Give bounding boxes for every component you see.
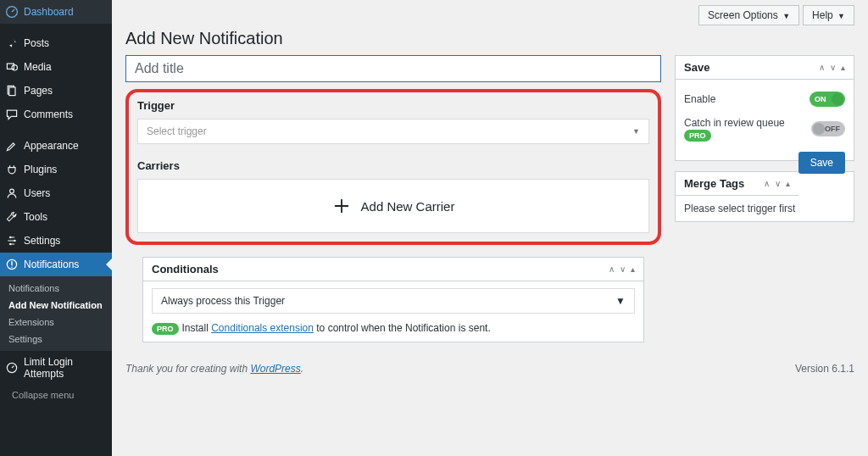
notification-title-input[interactable] <box>125 55 661 82</box>
sidebar-label: Users <box>24 187 50 199</box>
sidebar-label: Tools <box>24 211 47 223</box>
svg-point-2 <box>12 65 17 70</box>
sidebar-item-settings[interactable]: Settings <box>0 229 112 253</box>
trigger-heading: Trigger <box>137 99 649 112</box>
caret-down-icon: ▼ <box>782 12 790 20</box>
limit-icon <box>5 361 19 375</box>
enable-label: Enable <box>684 93 715 105</box>
sidebar-item-media[interactable]: Media <box>0 55 112 79</box>
caret-down-icon: ▼ <box>615 295 626 307</box>
page-title: Add New Notification <box>112 25 868 55</box>
sidebar-label: Posts <box>24 37 49 49</box>
merge-tags-postbox: Merge Tags ∧ ∨ ▴ Please select trigger f… <box>675 171 854 222</box>
pin-icon <box>5 36 19 50</box>
conditionals-select[interactable]: Always process this Trigger ▼ <box>152 288 635 314</box>
admin-sidebar: Dashboard Posts Media Pages Comments App… <box>0 0 112 456</box>
sidebar-label: Settings <box>24 235 60 247</box>
svg-point-5 <box>10 189 14 193</box>
sidebar-item-dashboard[interactable]: Dashboard <box>0 0 112 24</box>
admin-footer: Thank you for creating with WordPress. V… <box>112 353 868 385</box>
conditionals-note: PROInstall Conditionals extension to con… <box>152 322 635 335</box>
submenu-item-notifications[interactable]: Notifications <box>0 280 112 297</box>
add-carrier-label: Add New Carrier <box>361 199 455 214</box>
svg-point-7 <box>14 240 15 242</box>
conditionals-heading: Conditionals <box>152 263 219 275</box>
carriers-heading: Carriers <box>137 159 649 172</box>
move-down-icon[interactable]: ∨ <box>620 264 626 274</box>
sidebar-label: Appearance <box>24 140 79 152</box>
trigger-carrier-section: Trigger Select trigger ▼ Carriers Add Ne… <box>125 89 661 245</box>
conditionals-extension-link[interactable]: Conditionals extension <box>211 322 314 334</box>
pro-badge: PRO <box>684 130 711 142</box>
trigger-select[interactable]: Select trigger ▼ <box>137 119 649 144</box>
sidebar-label: Pages <box>24 85 53 97</box>
pro-badge: PRO <box>152 323 179 335</box>
merge-tags-body: Please select trigger first <box>676 196 854 221</box>
svg-point-6 <box>9 236 11 238</box>
main-content: Screen Options ▼ Help ▼ Add New Notifica… <box>112 0 868 456</box>
sidebar-item-users[interactable]: Users <box>0 181 112 205</box>
sidebar-item-limit-login[interactable]: Limit Login Attempts <box>0 351 112 385</box>
save-button[interactable]: Save <box>798 152 845 174</box>
sidebar-label: Comments <box>24 108 73 120</box>
plugin-icon <box>5 163 19 176</box>
review-label: Catch in review queue PRO <box>684 117 811 142</box>
help-button[interactable]: Help ▼ <box>803 5 854 25</box>
sidebar-item-posts[interactable]: Posts <box>0 31 112 55</box>
sidebar-submenu: Notifications Add New Notification Exten… <box>0 276 112 351</box>
save-postbox: Save ∧ ∨ ▴ Enable ON Catch in review que… <box>675 55 854 161</box>
merge-tags-heading: Merge Tags <box>684 177 744 190</box>
caret-down-icon: ▼ <box>632 127 640 136</box>
page-icon <box>5 84 19 97</box>
move-down-icon[interactable]: ∨ <box>830 63 836 72</box>
submenu-item-settings[interactable]: Settings <box>0 331 112 348</box>
submenu-item-add-new[interactable]: Add New Notification <box>0 297 112 314</box>
wordpress-link[interactable]: WordPress <box>250 363 300 375</box>
caret-down-icon: ▼ <box>837 12 845 20</box>
dashboard-icon <box>5 5 19 19</box>
conditionals-value: Always process this Trigger <box>161 295 285 307</box>
notification-icon <box>5 258 19 271</box>
users-icon <box>5 186 19 200</box>
sidebar-label: Notifications <box>24 259 79 270</box>
toggle-icon[interactable]: ▴ <box>786 179 790 188</box>
media-icon <box>5 60 19 74</box>
comment-icon <box>5 108 19 121</box>
sidebar-item-plugins[interactable]: Plugins <box>0 158 112 181</box>
sidebar-item-tools[interactable]: Tools <box>0 205 112 229</box>
sidebar-label: Media <box>24 61 52 73</box>
sidebar-item-comments[interactable]: Comments <box>0 103 112 126</box>
sidebar-label: Plugins <box>24 164 57 175</box>
sidebar-item-pages[interactable]: Pages <box>0 79 112 103</box>
brush-icon <box>5 139 19 153</box>
toggle-icon[interactable]: ▴ <box>841 63 845 72</box>
trigger-placeholder: Select trigger <box>147 125 207 137</box>
sidebar-label: Dashboard <box>24 6 74 18</box>
svg-point-8 <box>9 243 11 245</box>
plus-icon <box>332 197 351 215</box>
svg-rect-1 <box>7 64 14 69</box>
move-up-icon[interactable]: ∧ <box>609 264 615 274</box>
review-toggle[interactable]: OFF <box>811 121 845 136</box>
save-heading: Save <box>684 61 709 74</box>
settings-icon <box>5 234 19 247</box>
svg-rect-4 <box>9 87 15 96</box>
top-bar: Screen Options ▼ Help ▼ <box>112 0 868 25</box>
collapse-label: Collapse menu <box>12 390 74 400</box>
sidebar-item-notifications[interactable]: Notifications <box>0 253 112 276</box>
move-up-icon[interactable]: ∧ <box>819 63 825 72</box>
tools-icon <box>5 210 19 224</box>
version-label: Version 6.1.1 <box>795 363 854 375</box>
screen-options-button[interactable]: Screen Options ▼ <box>698 5 799 25</box>
move-down-icon[interactable]: ∨ <box>775 179 781 188</box>
conditionals-postbox: Conditionals ∧ ∨ ▴ Always process this T… <box>142 257 644 342</box>
move-up-icon[interactable]: ∧ <box>764 179 770 188</box>
enable-toggle[interactable]: ON <box>810 92 845 107</box>
submenu-item-extensions[interactable]: Extensions <box>0 314 112 331</box>
sidebar-item-appearance[interactable]: Appearance <box>0 134 112 158</box>
collapse-menu[interactable]: Collapse menu <box>0 385 112 405</box>
sidebar-label: Limit Login Attempts <box>24 356 105 380</box>
toggle-icon[interactable]: ▴ <box>631 264 635 274</box>
add-carrier-button[interactable]: Add New Carrier <box>137 179 649 233</box>
